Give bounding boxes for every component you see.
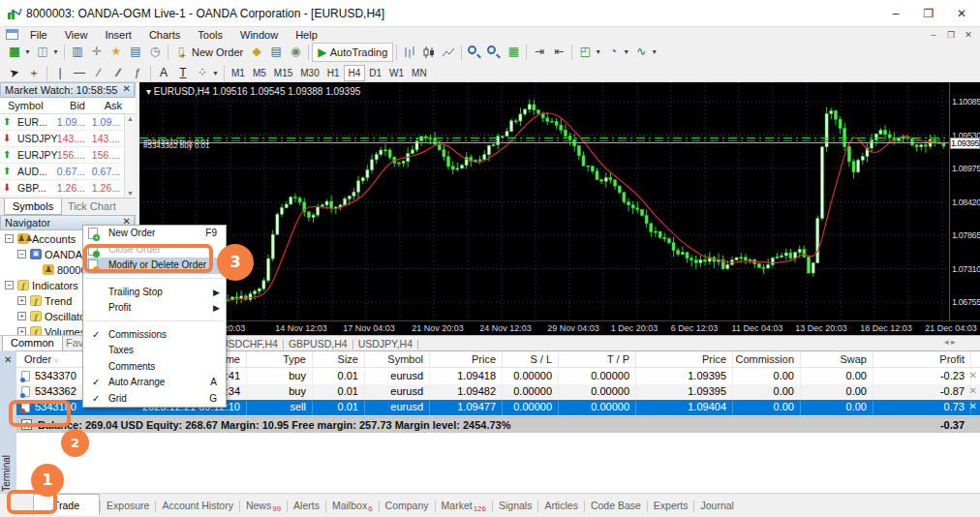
ctx-profit[interactable]: Profit▶ [83, 300, 226, 317]
autotrading-button[interactable]: ▶ AutoTrading [312, 43, 393, 62]
mw-tab-symbols[interactable]: Symbols [4, 198, 62, 215]
tree-expand-icon[interactable]: + [17, 312, 26, 320]
chart-tab-gbpusd[interactable]: GBPUSD,H4 [284, 336, 352, 350]
text-icon[interactable]: A [154, 64, 173, 83]
chart-tabs-nav-icons[interactable]: ◂ ▸ [944, 337, 956, 347]
market-watch-row[interactable]: ⬇ GBP... 1.26... 1.26... [0, 180, 124, 197]
hline-icon[interactable]: — [70, 64, 89, 83]
col-order[interactable]: Order ▿ [24, 353, 58, 365]
new-order-button[interactable]: New Order [191, 43, 247, 62]
tab-alerts[interactable]: Alerts [288, 495, 325, 515]
mdi-restore-icon[interactable]: ❐ [943, 30, 959, 41]
mw-col-symbol[interactable]: Symbol [8, 100, 44, 111]
menu-charts[interactable]: Charts [140, 28, 189, 42]
timeframe-m1-button[interactable]: M1 [228, 65, 249, 81]
restore-button[interactable]: ❐ [914, 6, 943, 21]
close-order-icon[interactable]: ✕ [969, 385, 977, 396]
mdi-close-icon[interactable]: ✕ [961, 30, 976, 41]
timeframe-m30-button[interactable]: M30 [296, 65, 322, 81]
economic-calendar-icon[interactable]: ◉ [286, 43, 305, 62]
tab-journal[interactable]: Journal [694, 495, 739, 515]
timeframe-h4-button[interactable]: H4 [344, 65, 366, 81]
market-watch-close-icon[interactable]: ✕ [123, 83, 131, 94]
mw-col-bid[interactable]: Bid [70, 100, 85, 111]
menu-file[interactable]: File [21, 28, 56, 42]
tab-news[interactable]: News99 [240, 495, 287, 517]
chart-tab-usdjpy[interactable]: USDJPY,H4 [353, 336, 417, 350]
fibonacci-icon[interactable]: ƒ [128, 64, 147, 83]
zoom-in-icon[interactable]: + [465, 43, 484, 62]
market-watch-row[interactable]: ⬆ EURJPY 156.... 156.... [0, 147, 124, 164]
navigator-icon[interactable]: ★ [107, 43, 126, 62]
col-price[interactable]: Price [472, 353, 496, 365]
vline-icon[interactable]: | [50, 64, 70, 83]
ctx-auto-arrange[interactable]: ✓Auto ArrangeA [83, 375, 226, 391]
zoom-out-icon[interactable]: − [484, 43, 504, 62]
tab-code-base[interactable]: Code Base [585, 495, 647, 515]
new-chart-icon[interactable]: ▦ [5, 43, 24, 62]
terminal-icon[interactable]: ▤ [126, 43, 145, 62]
col-profit[interactable]: Profit [939, 353, 965, 365]
menu-help[interactable]: Help [287, 28, 326, 42]
chart-area[interactable]: 1.100851.095301.089751.084201.078651.073… [139, 82, 980, 320]
market-watch-row[interactable]: ⬆ EUR... 1.09... 1.09... [0, 114, 124, 131]
chart-shift-icon[interactable]: ⇤ [549, 43, 568, 62]
periods-icon[interactable]: ◔ [603, 43, 623, 62]
tab-articles[interactable]: Articles [538, 495, 583, 515]
tree-collapse-icon[interactable]: − [5, 234, 14, 243]
scroll-down-icon[interactable]: ▼ [125, 190, 136, 197]
trendline-icon[interactable]: ∕ [89, 64, 108, 83]
col-type[interactable]: Type [283, 353, 306, 365]
bar-chart-icon[interactable] [400, 43, 419, 62]
col-swap[interactable]: Swap [840, 353, 867, 365]
menu-tools[interactable]: Tools [189, 28, 231, 42]
col-size[interactable]: Size [338, 353, 358, 365]
tester-icon[interactable]: ◷ [145, 43, 165, 62]
timeframe-h1-button[interactable]: H1 [323, 65, 344, 81]
col-tp[interactable]: T / P [607, 353, 629, 365]
ctx-comments[interactable]: Comments [83, 359, 226, 376]
label-icon[interactable]: T̲ [173, 64, 193, 83]
minimize-button[interactable]: – [881, 6, 910, 21]
tab-market[interactable]: Market126 [436, 495, 492, 517]
market-watch-scrollbar[interactable]: ▲ ▼ [124, 114, 136, 198]
scroll-up-icon[interactable]: ▲ [125, 115, 136, 122]
auto-scroll-icon[interactable]: ⇥ [530, 43, 549, 62]
ctx-new-order[interactable]: +New OrderF9 [83, 226, 226, 242]
ctx-commissions[interactable]: ✓Commissions [83, 327, 226, 344]
menu-window[interactable]: Window [231, 28, 287, 42]
templates-icon[interactable]: ◰ [575, 43, 595, 62]
col-commission[interactable]: Commission [735, 353, 794, 365]
close-order-icon[interactable]: ✕ [969, 401, 977, 411]
data-window-icon[interactable]: ✛ [87, 43, 107, 62]
tree-expand-icon[interactable]: + [17, 296, 26, 305]
col-sl[interactable]: S / L [530, 353, 552, 365]
close-order-icon[interactable]: ✕ [969, 370, 977, 380]
timeframe-m5-button[interactable]: M5 [249, 65, 270, 81]
mw-col-ask[interactable]: Ask [105, 100, 122, 111]
ctx-grid[interactable]: ✓GridG [83, 391, 226, 408]
crosshair-icon[interactable]: ＋ [24, 64, 44, 83]
terminal-close-icon[interactable]: ✕ [4, 354, 12, 365]
tab-signals[interactable]: Signals [493, 495, 537, 515]
col-symbol[interactable]: Symbol [387, 353, 423, 365]
line-chart-icon[interactable] [439, 43, 458, 62]
market-watch-row[interactable]: ⬆ AUD... 0.67... 0.67... [0, 164, 124, 180]
timeframe-m15-button[interactable]: M15 [270, 65, 296, 81]
indicators-icon[interactable]: ∿ [631, 43, 651, 62]
tree-collapse-icon[interactable]: − [5, 281, 14, 289]
close-button[interactable]: ✕ [947, 6, 976, 21]
mw-tab-tick-chart[interactable]: Tick Chart [60, 198, 124, 215]
ctx-trailing-stop[interactable]: Trailing Stop▶ [83, 285, 226, 301]
mdi-minimize-icon[interactable]: – [926, 30, 941, 41]
menu-insert[interactable]: Insert [96, 28, 140, 42]
timeframe-mn-button[interactable]: MN [408, 65, 431, 81]
timeframe-d1-button[interactable]: D1 [365, 65, 385, 81]
tab-account-history[interactable]: Account History [156, 495, 239, 515]
profiles-icon[interactable]: ◫ [33, 43, 52, 62]
tab-exposure[interactable]: Exposure [101, 495, 155, 515]
print-icon[interactable]: ▤ [266, 43, 286, 62]
tab-mailbox[interactable]: Mailbox6 [326, 495, 379, 517]
tree-collapse-icon[interactable]: − [17, 250, 26, 258]
ctx-taxes[interactable]: Taxes [83, 343, 226, 359]
